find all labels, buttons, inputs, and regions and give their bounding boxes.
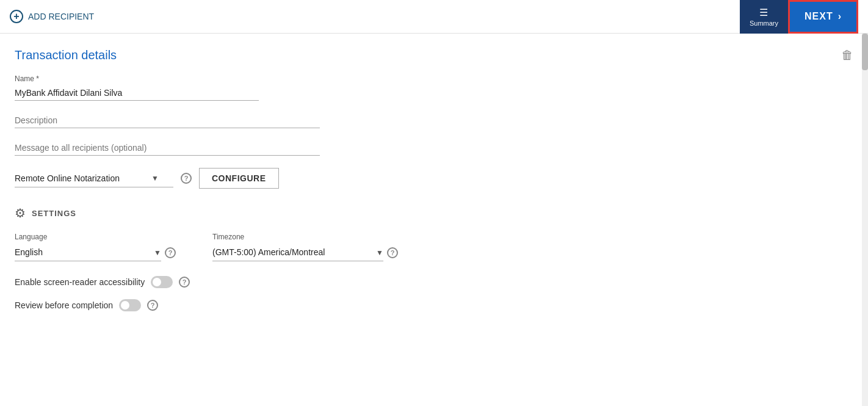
timezone-field: Timezone (GMT-5:00) America/Montreal (GM… — [212, 233, 398, 261]
main-content: 🗑 Transaction details Name * Remote Onli… — [0, 34, 868, 337]
timezone-select[interactable]: (GMT-5:00) America/Montreal (GMT-8:00) A… — [212, 244, 383, 261]
timezone-help-icon[interactable]: ? — [387, 247, 398, 258]
review-help-icon[interactable]: ? — [147, 300, 158, 311]
next-arrow-icon: › — [838, 11, 842, 22]
add-recipient-label: ADD RECIPIENT — [28, 12, 94, 21]
summary-button[interactable]: ☰ Summary — [740, 0, 788, 34]
description-field-group — [15, 113, 853, 128]
header-actions: ☰ Summary NEXT › — [740, 0, 858, 34]
language-field: Language English French Spanish ▼ ? — [15, 233, 176, 261]
name-input[interactable] — [15, 85, 259, 101]
message-input[interactable] — [15, 140, 320, 156]
summary-label: Summary — [750, 20, 778, 27]
accessibility-toggle-slider — [151, 276, 173, 288]
notarization-help-icon[interactable]: ? — [181, 173, 192, 184]
language-label: Language — [15, 233, 176, 241]
transaction-title: Transaction details — [15, 48, 853, 62]
language-help-icon[interactable]: ? — [165, 247, 176, 258]
header: + ADD RECIPIENT ☰ Summary NEXT › — [0, 0, 868, 34]
accessibility-toggle[interactable] — [151, 276, 173, 288]
summary-icon: ☰ — [759, 7, 768, 18]
settings-label: SETTINGS — [32, 209, 76, 218]
scrollbar-thumb[interactable] — [862, 34, 868, 70]
gear-icon: ⚙ — [15, 206, 26, 220]
notarization-select[interactable]: Remote Online Notarization — [15, 170, 173, 187]
review-label: Review before completion — [15, 300, 113, 310]
accessibility-toggle-row: Enable screen-reader accessibility ? — [15, 276, 853, 288]
notarization-row: Remote Online Notarization ▼ ? CONFIGURE — [15, 168, 853, 189]
language-select-wrapper: English French Spanish ▼ ? — [15, 244, 176, 261]
review-toggle[interactable] — [119, 299, 141, 311]
timezone-select-wrapper: (GMT-5:00) America/Montreal (GMT-8:00) A… — [212, 244, 398, 261]
next-label: NEXT — [805, 11, 833, 22]
language-select[interactable]: English French Spanish — [15, 244, 161, 261]
notarization-select-wrapper: Remote Online Notarization ▼ — [15, 170, 173, 187]
next-button[interactable]: NEXT › — [788, 0, 858, 34]
add-recipient-button[interactable]: + ADD RECIPIENT — [10, 10, 94, 23]
review-toggle-row: Review before completion ? — [15, 299, 853, 311]
message-field-group — [15, 140, 853, 156]
delete-icon[interactable]: 🗑 — [841, 48, 853, 62]
settings-language-timezone-row: Language English French Spanish ▼ ? Time… — [15, 233, 853, 261]
settings-header: ⚙ SETTINGS — [15, 206, 853, 220]
accessibility-label: Enable screen-reader accessibility — [15, 277, 145, 287]
name-field-group: Name * — [15, 74, 853, 101]
scrollbar-track[interactable] — [862, 34, 868, 337]
plus-icon: + — [10, 10, 23, 23]
timezone-label: Timezone — [212, 233, 398, 241]
description-input[interactable] — [15, 113, 320, 128]
accessibility-help-icon[interactable]: ? — [179, 277, 190, 288]
name-label: Name * — [15, 74, 853, 83]
review-toggle-slider — [119, 299, 141, 311]
configure-button[interactable]: CONFIGURE — [199, 168, 279, 189]
